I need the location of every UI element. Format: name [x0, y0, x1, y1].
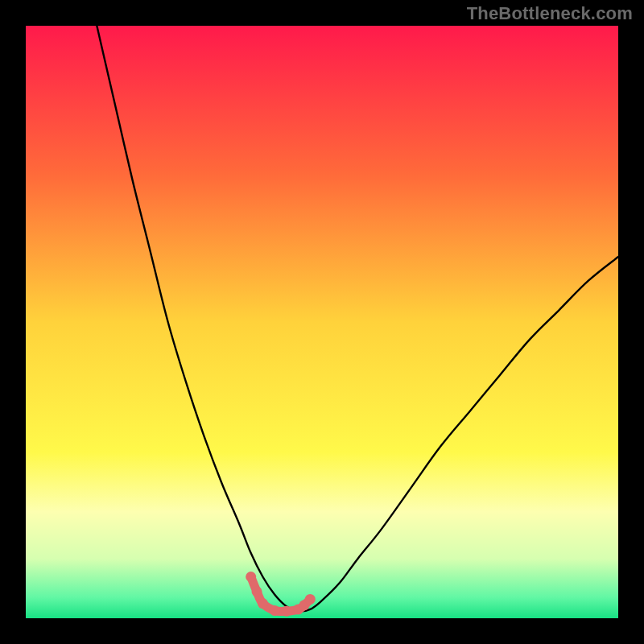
- watermark-text: TheBottleneck.com: [467, 3, 633, 24]
- highlight-dot: [252, 586, 262, 597]
- chart-frame: TheBottleneck.com: [0, 0, 644, 644]
- highlight-dot: [281, 606, 291, 617]
- gradient-background: [26, 26, 618, 618]
- highlight-dot: [305, 594, 316, 605]
- highlight-dot: [270, 605, 280, 616]
- highlight-dot: [258, 598, 268, 609]
- bottleneck-chart: [26, 26, 618, 618]
- plot-area: [26, 26, 618, 618]
- highlight-dot: [246, 572, 256, 582]
